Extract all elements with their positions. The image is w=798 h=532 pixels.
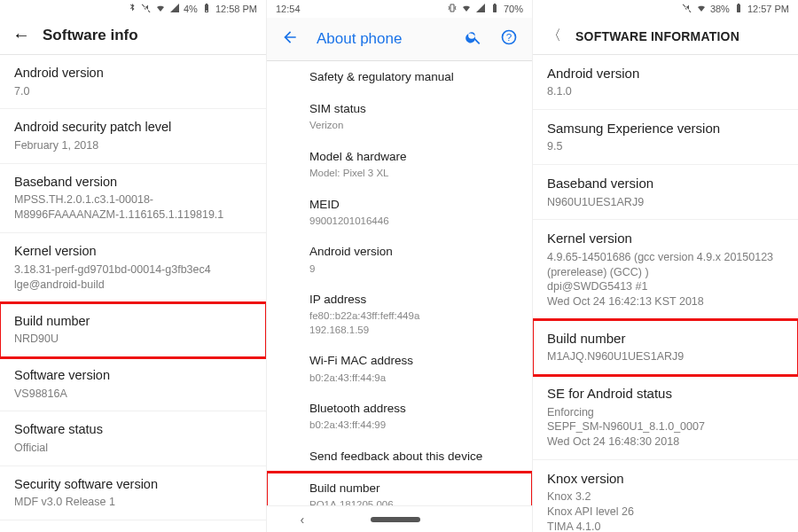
settings-row[interactable]: Kernel version3.18.31-perf-gd9701bd-0001… bbox=[0, 233, 266, 302]
status-bar: 38% 12:57 PM bbox=[533, 0, 798, 18]
settings-row[interactable]: MEID99001201016446 bbox=[267, 189, 532, 237]
settings-list[interactable]: Android version7.0Android security patch… bbox=[0, 55, 266, 532]
row-label: Software status bbox=[14, 421, 252, 439]
row-label: Baseband version bbox=[547, 175, 784, 192]
status-bar: 4% 12:58 PM bbox=[0, 0, 266, 18]
settings-row[interactable]: Build numberNRD90U bbox=[0, 303, 266, 357]
settings-row[interactable]: Kernel version4.9.65-14501686 (gcc versi… bbox=[533, 220, 798, 320]
row-value: b0:2a:43:ff:44:99 bbox=[309, 419, 518, 433]
vibrate-icon bbox=[447, 3, 458, 15]
settings-row[interactable]: Software versionVS98816A bbox=[0, 357, 266, 411]
row-value: Enforcing SEPF_SM-N960U1_8.1.0_0007 Wed … bbox=[547, 405, 784, 450]
row-label: Android version bbox=[309, 244, 518, 260]
row-value: fe80::b22a:43ff:feff:449a 192.168.1.59 bbox=[309, 309, 518, 337]
settings-row[interactable]: Build numberPQ1A.181205.006 bbox=[267, 473, 532, 505]
settings-row[interactable]: SE for Android statusEnforcing SEPF_SM-N… bbox=[533, 375, 798, 460]
wifi-icon bbox=[155, 3, 166, 15]
battery-icon bbox=[489, 3, 500, 15]
phone-pane-2: 12:54 70% About phone ? Saf bbox=[266, 0, 532, 532]
settings-row[interactable]: Wi-Fi MAC addressb0:2a:43:ff:44:9a bbox=[267, 345, 532, 393]
back-chevron-icon[interactable]: 〈 bbox=[547, 27, 561, 45]
phone-pane-1: 4% 12:58 PM ← Software info Android vers… bbox=[0, 0, 266, 532]
back-arrow-icon[interactable] bbox=[281, 28, 299, 50]
row-value: 7.0 bbox=[14, 84, 252, 99]
status-time: 12:57 PM bbox=[747, 4, 789, 14]
row-value: MDF v3.0 Release 1 bbox=[14, 495, 252, 510]
battery-percent: 38% bbox=[710, 4, 730, 14]
row-value: MPSS.TH.2.0.1.c3.1-00018- M8996FAAAANAZM… bbox=[14, 192, 252, 223]
settings-row[interactable]: Android security patch levelFebruary 1, … bbox=[0, 109, 266, 163]
settings-row[interactable]: Android version8.1.0 bbox=[533, 55, 798, 110]
row-label: SIM status bbox=[309, 101, 518, 117]
row-label: Software version bbox=[14, 367, 252, 385]
settings-row[interactable]: Software statusOfficial bbox=[0, 411, 266, 466]
back-arrow-icon[interactable]: ← bbox=[12, 25, 30, 45]
row-value: Official bbox=[14, 441, 252, 456]
settings-row[interactable]: SIM statusVerizon bbox=[267, 93, 532, 141]
row-label: Baseband version bbox=[14, 174, 252, 192]
status-bar: 12:54 70% bbox=[267, 0, 532, 18]
help-icon[interactable]: ? bbox=[500, 28, 518, 50]
row-label: Android version bbox=[547, 65, 784, 82]
row-label: Build number bbox=[14, 313, 252, 331]
settings-row[interactable]: Knox versionKnox 3.2 Knox API level 26 T… bbox=[533, 460, 798, 532]
row-label: IP address bbox=[309, 292, 518, 308]
row-label: Android security patch level bbox=[14, 119, 252, 137]
settings-row[interactable]: Safety & regulatory manual bbox=[267, 61, 532, 93]
row-label: Wi-Fi MAC address bbox=[309, 353, 518, 369]
header: ← Software info bbox=[0, 18, 266, 55]
settings-row[interactable]: Android version7.0 bbox=[0, 55, 266, 109]
row-value: 9 bbox=[309, 262, 518, 277]
row-label: MEID bbox=[309, 197, 518, 213]
page-title: Software info bbox=[43, 27, 138, 44]
settings-list[interactable]: Safety & regulatory manualSIM statusVeri… bbox=[267, 61, 532, 505]
signal-icon bbox=[169, 3, 180, 15]
row-value: N960U1UES1ARJ9 bbox=[547, 195, 784, 210]
svg-text:?: ? bbox=[506, 31, 512, 43]
row-label: Send feedback about this device bbox=[309, 449, 518, 465]
signal-icon bbox=[475, 3, 486, 15]
row-label: SE for Android status bbox=[547, 385, 784, 403]
settings-row[interactable]: IP addressfe80::b22a:43ff:feff:449a 192.… bbox=[267, 284, 532, 345]
settings-row[interactable]: Security software versionMDF v3.0 Releas… bbox=[0, 466, 266, 520]
settings-row[interactable]: Baseband versionMPSS.TH.2.0.1.c3.1-00018… bbox=[0, 164, 266, 233]
row-value: 99001201016446 bbox=[309, 215, 518, 229]
settings-row[interactable]: Baseband versionN960U1UES1ARJ9 bbox=[533, 165, 798, 220]
page-title: SOFTWARE INFORMATION bbox=[575, 29, 739, 43]
battery-icon bbox=[733, 3, 744, 15]
search-icon[interactable] bbox=[465, 28, 482, 50]
settings-list[interactable]: Android version8.1.0Samsung Experience v… bbox=[533, 55, 798, 532]
row-value: 8.1.0 bbox=[547, 84, 784, 99]
settings-row[interactable]: Build numberM1AJQ.N960U1UES1ARJ9 bbox=[533, 320, 798, 375]
nav-bar: ‹ bbox=[267, 505, 532, 532]
settings-row[interactable]: Bluetooth addressb0:2a:43:ff:44:99 bbox=[267, 393, 532, 441]
settings-row[interactable]: Android version9 bbox=[267, 236, 532, 284]
settings-row[interactable]: Model & hardwareModel: Pixel 3 XL bbox=[267, 141, 532, 189]
row-value: VS98816A bbox=[14, 387, 252, 402]
row-label: Kernel version bbox=[547, 230, 784, 247]
status-time: 12:58 PM bbox=[215, 4, 257, 14]
row-label: Samsung Experience version bbox=[547, 120, 784, 137]
settings-row[interactable]: Samsung Experience version9.5 bbox=[533, 110, 798, 165]
row-value: M1AJQ.N960U1UES1ARJ9 bbox=[547, 349, 784, 364]
row-value: February 1, 2018 bbox=[14, 138, 252, 153]
row-label: Build number bbox=[547, 330, 784, 348]
row-label: Bluetooth address bbox=[309, 401, 518, 417]
settings-row[interactable]: Send feedback about this device bbox=[267, 441, 532, 473]
row-value: PQ1A.181205.006 bbox=[309, 498, 518, 505]
nav-back-icon[interactable]: ‹ bbox=[300, 512, 304, 527]
phone-pane-3: 38% 12:57 PM 〈 SOFTWARE INFORMATION Andr… bbox=[532, 0, 798, 532]
row-label: Kernel version bbox=[14, 243, 252, 261]
row-label: Model & hardware bbox=[309, 149, 518, 165]
row-value: 3.18.31-perf-gd9701bd-00014-g3fb3ec4 lge… bbox=[14, 262, 252, 293]
wifi-icon bbox=[696, 3, 707, 15]
status-time: 12:54 bbox=[276, 4, 301, 14]
row-value: Model: Pixel 3 XL bbox=[309, 167, 518, 181]
row-label: Safety & regulatory manual bbox=[309, 69, 518, 85]
nav-home-pill[interactable] bbox=[371, 517, 420, 522]
header: About phone ? bbox=[267, 18, 532, 61]
header: 〈 SOFTWARE INFORMATION bbox=[533, 18, 798, 55]
mute-icon bbox=[682, 3, 692, 15]
row-value: 9.5 bbox=[547, 139, 784, 154]
row-label: Knox version bbox=[547, 470, 784, 488]
